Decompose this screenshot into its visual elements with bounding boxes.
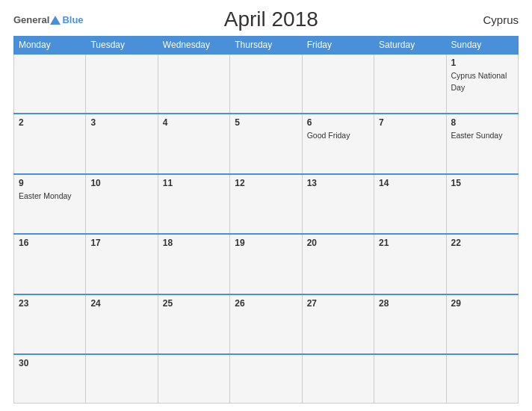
calendar-cell [158, 54, 229, 114]
calendar-cell: 8Easter Sunday [446, 114, 518, 173]
calendar-cell [230, 54, 302, 114]
calendar-cell: 9Easter Monday [14, 174, 86, 234]
day-number: 28 [379, 298, 441, 309]
header-friday: Friday [302, 37, 374, 55]
header-wednesday: Wednesday [158, 37, 229, 55]
calendar-week-row: 23456Good Friday78Easter Sunday [14, 114, 519, 173]
logo-triangle-icon [50, 16, 61, 25]
day-number: 26 [235, 298, 297, 309]
day-number: 2 [19, 117, 81, 128]
calendar-cell [158, 354, 229, 403]
calendar-cell [86, 354, 158, 403]
calendar-cell [302, 54, 374, 114]
day-number: 8 [451, 117, 513, 128]
calendar-cell [374, 54, 446, 114]
day-number: 24 [90, 298, 152, 309]
day-number: 3 [90, 117, 152, 128]
day-number: 27 [307, 298, 369, 309]
calendar-title: April 2018 [84, 7, 459, 31]
day-number: 17 [90, 238, 152, 248]
calendar-cell: 4 [158, 114, 229, 173]
day-number: 4 [163, 117, 225, 128]
calendar-week-row: 1Cyprus National Day [14, 54, 519, 114]
event-label: Cyprus National Day [451, 71, 507, 92]
logo-blue-text: Blue [62, 15, 83, 25]
calendar-cell: 15 [446, 174, 518, 234]
calendar-cell: 16 [14, 234, 86, 294]
calendar-table: Monday Tuesday Wednesday Thursday Friday… [13, 36, 519, 404]
day-number: 10 [90, 178, 152, 188]
header-thursday: Thursday [230, 37, 302, 55]
calendar-cell: 5 [230, 114, 302, 173]
calendar-page: General Blue April 2018 Cyprus Monday Tu… [0, 0, 532, 411]
calendar-header: General Blue April 2018 Cyprus [13, 7, 519, 31]
day-number: 14 [379, 178, 441, 188]
calendar-cell [302, 354, 374, 403]
logo: General Blue [13, 15, 84, 25]
calendar-cell: 13 [302, 174, 374, 234]
day-number: 1 [451, 58, 513, 68]
calendar-cell: 18 [158, 234, 229, 294]
header-monday: Monday [14, 37, 86, 55]
day-number: 19 [235, 238, 297, 248]
day-number: 18 [163, 238, 225, 248]
calendar-week-row: 30 [14, 354, 519, 403]
day-number: 11 [163, 178, 225, 188]
day-number: 25 [163, 298, 225, 309]
day-number: 6 [307, 117, 369, 128]
calendar-cell [230, 354, 302, 403]
calendar-cell: 26 [230, 294, 302, 354]
calendar-cell [14, 54, 86, 114]
day-number: 5 [235, 117, 297, 128]
day-number: 7 [379, 117, 441, 128]
day-number: 30 [19, 358, 81, 368]
calendar-cell: 21 [374, 234, 446, 294]
calendar-cell: 22 [446, 234, 518, 294]
calendar-cell: 23 [14, 294, 86, 354]
calendar-cell: 6Good Friday [302, 114, 374, 173]
country-name: Cyprus [459, 13, 519, 26]
header-saturday: Saturday [374, 37, 446, 55]
calendar-cell: 2 [14, 114, 86, 173]
header-sunday: Sunday [446, 37, 518, 55]
calendar-cell: 7 [374, 114, 446, 173]
day-number: 13 [307, 178, 369, 188]
calendar-week-row: 23242526272829 [14, 294, 519, 354]
calendar-cell: 24 [86, 294, 158, 354]
header-tuesday: Tuesday [86, 37, 158, 55]
day-number: 29 [451, 298, 513, 309]
day-number: 21 [379, 238, 441, 248]
calendar-cell: 11 [158, 174, 229, 234]
calendar-cell: 27 [302, 294, 374, 354]
logo-general-text: General [13, 15, 49, 25]
day-number: 16 [19, 238, 81, 248]
calendar-cell: 1Cyprus National Day [446, 54, 518, 114]
calendar-cell: 28 [374, 294, 446, 354]
calendar-cell: 20 [302, 234, 374, 294]
day-number: 9 [19, 178, 81, 188]
event-label: Easter Sunday [451, 131, 503, 140]
calendar-cell: 14 [374, 174, 446, 234]
calendar-cell: 30 [14, 354, 86, 403]
weekday-header-row: Monday Tuesday Wednesday Thursday Friday… [14, 37, 519, 55]
calendar-cell [446, 354, 518, 403]
day-number: 12 [235, 178, 297, 188]
calendar-cell [86, 54, 158, 114]
calendar-cell: 12 [230, 174, 302, 234]
day-number: 20 [307, 238, 369, 248]
calendar-cell: 29 [446, 294, 518, 354]
day-number: 23 [19, 298, 81, 309]
calendar-cell: 10 [86, 174, 158, 234]
event-label: Easter Monday [19, 191, 72, 200]
calendar-cell: 17 [86, 234, 158, 294]
day-number: 15 [451, 178, 513, 188]
calendar-cell [374, 354, 446, 403]
calendar-cell: 3 [86, 114, 158, 173]
day-number: 22 [451, 238, 513, 248]
calendar-week-row: 16171819202122 [14, 234, 519, 294]
calendar-cell: 25 [158, 294, 229, 354]
calendar-cell: 19 [230, 234, 302, 294]
event-label: Good Friday [307, 131, 350, 140]
calendar-week-row: 9Easter Monday101112131415 [14, 174, 519, 234]
